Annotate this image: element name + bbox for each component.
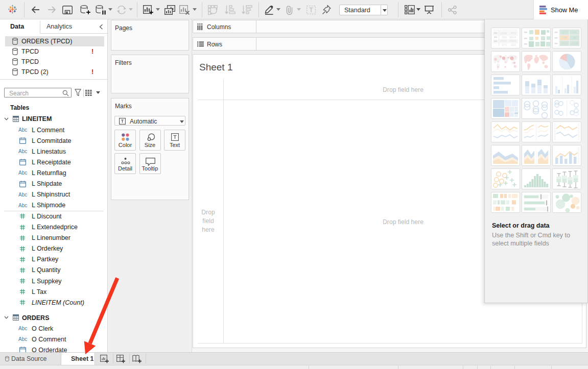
svg-text:2020: 2020 <box>500 39 507 42</box>
svg-text:573: 573 <box>511 32 516 35</box>
svg-text:3004: 3004 <box>509 36 516 39</box>
svg-text:371: 371 <box>502 43 507 46</box>
svg-text:98: 98 <box>573 36 576 39</box>
svg-text:322: 322 <box>511 43 516 46</box>
svg-text:768: 768 <box>562 36 567 39</box>
svg-text:54: 54 <box>573 31 576 34</box>
svg-text:1234: 1234 <box>500 32 507 35</box>
svg-text:2400: 2400 <box>561 42 568 45</box>
svg-text:330: 330 <box>502 36 507 39</box>
svg-text:2559: 2559 <box>509 39 516 42</box>
svg-text:123: 123 <box>562 31 567 34</box>
svg-text:10936: 10936 <box>571 42 578 45</box>
